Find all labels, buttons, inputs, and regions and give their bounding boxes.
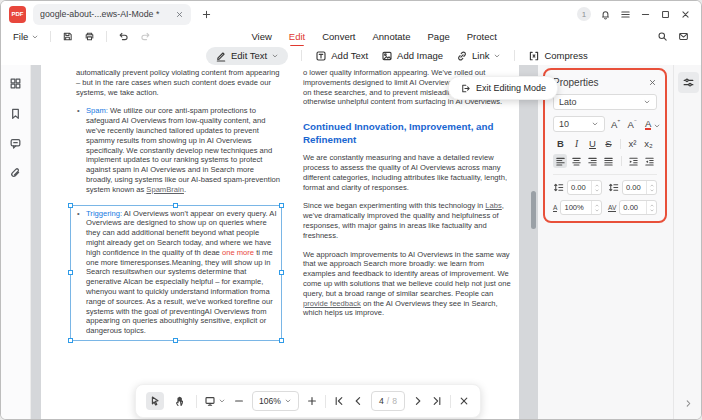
selection-handle[interactable] (68, 270, 73, 275)
decrease-indent-button[interactable] (643, 154, 657, 168)
attachment-icon[interactable] (9, 167, 22, 180)
bell-icon[interactable] (600, 9, 611, 20)
document-tab[interactable]: google-about-...ews-AI-Mode * (33, 4, 191, 25)
stepper[interactable] (646, 201, 656, 214)
superscript-button[interactable]: x² (625, 138, 640, 149)
chevron-down-icon[interactable] (594, 188, 600, 193)
close-icon[interactable] (648, 78, 657, 87)
stepper[interactable] (591, 201, 601, 214)
edit-text-button[interactable]: Edit Text (206, 47, 288, 65)
thumbnails-icon[interactable] (9, 77, 22, 90)
menu-convert[interactable]: Convert (322, 31, 355, 42)
selection-handle[interactable] (173, 203, 178, 208)
increase-font-size-button[interactable]: A⁺ (610, 118, 622, 130)
menu-view[interactable]: View (251, 31, 271, 42)
zoom-level-select[interactable]: 106% (252, 391, 299, 411)
stepper[interactable] (646, 181, 656, 194)
align-center-button[interactable] (569, 154, 583, 168)
comment-icon[interactable] (9, 137, 22, 150)
search-icon[interactable] (657, 31, 668, 42)
undo-icon[interactable] (118, 31, 129, 42)
close-toolbar-icon[interactable] (458, 395, 470, 407)
tab-bar: PDF google-about-...ews-AI-Mode * 1 (1, 1, 701, 27)
new-tab-button[interactable] (201, 9, 212, 20)
font-size-select[interactable]: 10 (553, 116, 605, 132)
align-left-button[interactable] (553, 154, 567, 168)
menu-page[interactable]: Page (428, 31, 450, 42)
sliders-icon (682, 76, 695, 89)
first-page-icon[interactable] (333, 395, 345, 407)
align-justify-button[interactable] (602, 154, 616, 168)
align-right-button[interactable] (585, 154, 599, 168)
selection-handle[interactable] (279, 270, 284, 275)
italic-button[interactable]: I (569, 139, 584, 149)
notification-badge[interactable]: 1 (577, 7, 591, 21)
char-spacing-icon: AV (608, 204, 616, 212)
zoom-out-icon[interactable] (233, 395, 245, 407)
char-spacing-input[interactable]: 0.00 (619, 200, 657, 215)
decrease-font-size-button[interactable]: A⁻ (627, 118, 639, 130)
add-text-button[interactable]: Add Text (315, 50, 368, 62)
hand-tool-button[interactable] (171, 392, 189, 410)
window-close-button[interactable] (680, 9, 691, 20)
selection-handle[interactable] (68, 338, 73, 343)
increase-indent-button[interactable] (627, 154, 641, 168)
file-menu[interactable]: File (13, 31, 39, 42)
menu-annotate[interactable]: Annotate (372, 31, 410, 42)
properties-toggle-button[interactable] (678, 72, 699, 93)
next-page-icon[interactable] (412, 395, 424, 407)
feedback-mail-icon[interactable] (678, 31, 689, 42)
tab-close-icon[interactable] (175, 10, 184, 19)
strikethrough-button[interactable]: S (601, 138, 616, 149)
zoom-in-icon[interactable] (306, 395, 318, 407)
chevron-down-icon[interactable] (649, 188, 655, 193)
save-icon[interactable] (62, 31, 73, 42)
print-icon[interactable] (84, 31, 95, 42)
chevron-down-icon[interactable] (649, 208, 655, 213)
view-mode-button[interactable] (204, 395, 226, 407)
link-button[interactable]: Link (456, 50, 501, 62)
chevron-down-icon (643, 98, 651, 106)
chevron-up-icon[interactable] (649, 183, 655, 188)
selection-handle[interactable] (68, 203, 73, 208)
selection-handle[interactable] (173, 338, 178, 343)
exit-editing-mode-button[interactable]: Exit Editing Mode (448, 76, 558, 100)
line-spacing-input[interactable]: 0.00 (567, 180, 602, 195)
chevron-up-icon[interactable] (649, 203, 655, 208)
chevron-down-icon (493, 52, 501, 60)
compress-icon (528, 50, 540, 62)
window-minimize-button[interactable] (640, 9, 651, 20)
previous-page-icon[interactable] (352, 395, 364, 407)
paragraph-spacing-input[interactable]: 0.00 (622, 180, 657, 195)
window-maximize-button[interactable] (660, 9, 671, 20)
selected-text-box[interactable]: • Triggering: AI Overviews won't appear … (70, 205, 282, 341)
selection-handle[interactable] (279, 338, 284, 343)
add-image-button[interactable]: Add Image (381, 50, 443, 62)
font-family-select[interactable]: Lato (553, 94, 657, 110)
collapse-panel-icon[interactable] (683, 398, 694, 409)
underline-button[interactable]: U (585, 138, 600, 149)
page-number-input[interactable]: 4 / 8 (371, 391, 405, 411)
menu-edit[interactable]: Edit (289, 31, 305, 42)
chevron-up-icon[interactable] (594, 203, 600, 208)
stepper[interactable] (591, 181, 601, 194)
select-tool-button[interactable] (146, 392, 164, 410)
bold-button[interactable]: B (553, 138, 568, 149)
subscript-button[interactable]: x₂ (641, 138, 656, 149)
font-color-button[interactable]: A (645, 119, 661, 130)
paragraph: We are constantly measuring and have a d… (303, 153, 515, 192)
spambrain-link[interactable]: SpamBrain (146, 185, 184, 194)
chevron-up-icon[interactable] (594, 183, 600, 188)
menu-protect[interactable]: Protect (467, 31, 497, 42)
compress-button[interactable]: Compress (528, 50, 587, 62)
vertical-scrollbar[interactable] (531, 191, 536, 229)
chevron-down-icon[interactable] (594, 208, 600, 213)
last-page-icon[interactable] (431, 395, 443, 407)
labs-link[interactable]: Labs (485, 201, 501, 210)
selection-handle[interactable] (279, 203, 284, 208)
provide-feedback-link[interactable]: provide feedback (303, 299, 361, 308)
horizontal-scale-input[interactable]: 100% (560, 200, 602, 215)
redo-icon[interactable] (140, 31, 151, 42)
bookmark-icon[interactable] (9, 107, 22, 120)
main-menu-icon[interactable] (620, 9, 631, 20)
